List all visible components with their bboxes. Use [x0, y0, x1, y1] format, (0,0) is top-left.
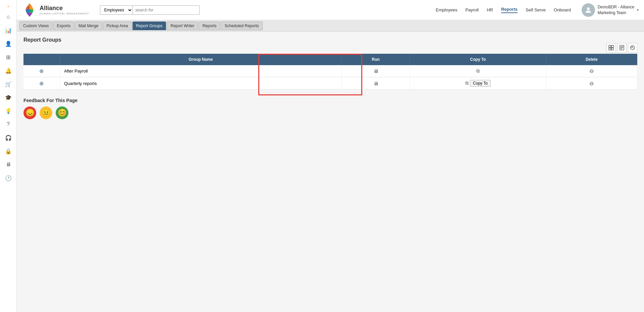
user-name: DemoBDR - Alliance Marketing Team: [598, 4, 634, 16]
history-button[interactable]: [628, 43, 637, 52]
cart-icon[interactable]: 🛒: [2, 78, 14, 90]
brand-name: Alliance: [40, 5, 89, 12]
svg-point-6: [587, 7, 590, 10]
row1-delete-cell: ⊖: [546, 65, 637, 77]
avatar: [582, 3, 595, 17]
row2-run-icon[interactable]: 🖥: [373, 81, 378, 86]
copy-to-button[interactable]: Copy To: [470, 80, 491, 87]
grid-view-button[interactable]: [606, 43, 616, 52]
row2-name-cell: Quarterly reports: [60, 77, 341, 90]
brand-tagline: Human Capital Management: [40, 12, 89, 15]
tab-report-groups[interactable]: Report Groups: [132, 21, 166, 30]
row1-copy-icon[interactable]: ⧉: [476, 68, 480, 74]
col-group-name: Group Name: [60, 54, 341, 65]
nav-selfserve[interactable]: Self Serve: [526, 7, 546, 12]
tab-report-writer[interactable]: Report Writer: [167, 21, 198, 30]
neutral-face-icon: 😐: [42, 108, 51, 117]
row1-copyto-cell: ⧉: [410, 65, 546, 77]
sidebar: › ⌂ 📊 👤 ⊞ 🔔 🛒 🎓 💡 ? 🎧 🔒 🖥 🕐: [0, 0, 17, 312]
feedback-title: Feedback For This Page: [23, 98, 637, 103]
search-area: Employees: [100, 5, 200, 15]
row2-copyto-cell: ⧉ Copy To: [410, 77, 546, 90]
people-icon[interactable]: 👤: [2, 38, 14, 50]
alliance-logo: [22, 3, 37, 17]
table-header-row: Group Name Run Copy To Delete: [23, 54, 637, 65]
row1-delete-icon[interactable]: ⊖: [589, 68, 594, 74]
svg-rect-7: [609, 45, 611, 47]
user-dropdown-chevron[interactable]: ▾: [637, 8, 639, 12]
svg-rect-10: [611, 48, 613, 50]
grad-cap-icon[interactable]: 🎓: [2, 91, 14, 103]
tab-pickup-area[interactable]: Pickup Area: [103, 21, 132, 30]
tab-custom-views[interactable]: Custom Views: [19, 21, 52, 30]
sad-face-icon: 😞: [25, 108, 35, 117]
feedback-section: Feedback For This Page 😞 😐 😊: [23, 98, 637, 119]
svg-rect-9: [609, 48, 611, 50]
chart-icon[interactable]: 📊: [2, 24, 14, 36]
search-input[interactable]: [132, 5, 200, 15]
col-expand: [23, 54, 60, 65]
happy-face-icon: 😊: [58, 108, 67, 117]
tab-mail-merge[interactable]: Mail Merge: [75, 21, 102, 30]
nav-payroll[interactable]: Payroll: [465, 7, 479, 12]
row2-expand-cell: ⊕: [23, 77, 60, 90]
bell-icon[interactable]: 🔔: [2, 64, 14, 77]
user-area[interactable]: DemoBDR - Alliance Marketing Team ▾: [582, 3, 639, 17]
monitor-icon[interactable]: 🖥: [2, 159, 14, 171]
logo-text: Alliance Human Capital Management: [40, 5, 89, 15]
row2-run-cell: 🖥: [342, 77, 410, 90]
row2-delete-cell: ⊖: [546, 77, 637, 90]
svg-rect-8: [611, 45, 613, 47]
main-wrapper: Alliance Human Capital Management Employ…: [17, 0, 644, 312]
nav-reports[interactable]: Reports: [501, 7, 518, 13]
table-toolbar: [606, 43, 637, 52]
employees-dropdown[interactable]: Employees: [100, 5, 132, 15]
sidebar-expand-chevron[interactable]: ›: [2, 3, 14, 9]
col-run: Run: [342, 54, 410, 65]
headset-icon[interactable]: 🎧: [2, 132, 14, 144]
nav-onboard[interactable]: Onboard: [554, 7, 571, 12]
row2-delete-icon[interactable]: ⊖: [589, 81, 594, 86]
feedback-sad-button[interactable]: 😞: [23, 106, 36, 119]
row1-run-cell: 🖥: [342, 65, 410, 77]
question-icon[interactable]: ?: [2, 118, 14, 130]
tab-reports[interactable]: Reports: [199, 21, 220, 30]
nav-hr[interactable]: HR: [487, 7, 493, 12]
lock-icon[interactable]: 🔒: [2, 145, 14, 157]
logo-area: Alliance Human Capital Management: [22, 3, 89, 17]
clock-icon[interactable]: 🕐: [2, 172, 14, 184]
row1-run-icon[interactable]: 🖥: [373, 68, 378, 74]
col-delete: Delete: [546, 54, 637, 65]
home-icon[interactable]: ⌂: [2, 11, 14, 23]
grid-icon[interactable]: ⊞: [2, 51, 14, 63]
report-table: Group Name Run Copy To Delete ⊕ After Pa…: [23, 54, 637, 90]
col-copy-to: Copy To: [410, 54, 546, 65]
nav-links: Employees Payroll HR Reports Self Serve …: [436, 7, 571, 13]
table-row: ⊕ Quarterly reports 🖥 ⧉ Copy To ⊖: [23, 77, 637, 90]
row2-expand-icon[interactable]: ⊕: [39, 81, 44, 86]
page-content: Report Groups: [17, 32, 644, 312]
feedback-happy-button[interactable]: 😊: [56, 106, 68, 119]
sub-nav: Custom Views Exports Mail Merge Pickup A…: [17, 20, 644, 32]
table-row: ⊕ After Payroll 🖥 ⧉ ⊖: [23, 65, 637, 77]
document-view-button[interactable]: [617, 43, 627, 52]
nav-employees[interactable]: Employees: [436, 7, 457, 12]
bulb-icon[interactable]: 💡: [2, 105, 14, 117]
table-container: Group Name Run Copy To Delete ⊕ After Pa…: [23, 54, 637, 90]
row2-copy-icon[interactable]: ⧉: [465, 80, 469, 86]
row1-expand-cell: ⊕: [23, 65, 60, 77]
tab-exports[interactable]: Exports: [53, 21, 74, 30]
feedback-icons: 😞 😐 😊: [23, 106, 637, 119]
page-title: Report Groups: [23, 37, 637, 43]
feedback-neutral-button[interactable]: 😐: [40, 106, 52, 119]
tab-scheduled-reports[interactable]: Scheduled Reports: [221, 21, 262, 30]
row1-name-cell: After Payroll: [60, 65, 341, 77]
row1-expand-icon[interactable]: ⊕: [39, 68, 44, 74]
top-header: Alliance Human Capital Management Employ…: [17, 0, 644, 20]
